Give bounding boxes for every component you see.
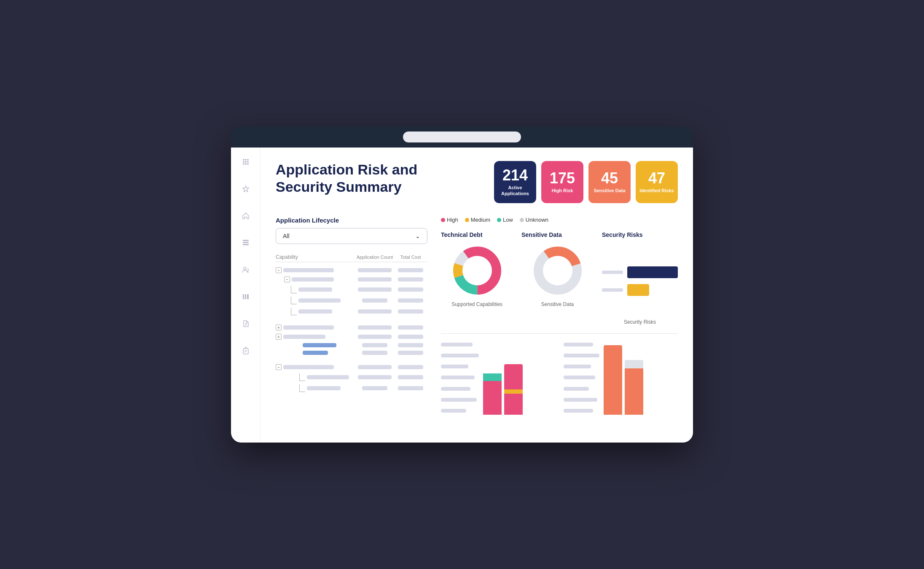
svg-point-7 [245,163,247,165]
grid-icon[interactable] [238,154,253,169]
table-row[interactable] [276,284,427,295]
table-row[interactable] [276,349,427,357]
home-icon[interactable] [238,208,253,223]
svg-point-1 [245,159,247,161]
sidebar [231,148,261,443]
stat-card-sensitive[interactable]: 45 Sensitive Data [588,161,631,203]
security-risks-chart: Security Risks [602,231,678,325]
tech-debt-bar-chart [441,339,555,415]
sec-bar-medium [602,284,678,296]
collapse-icon[interactable]: − [276,364,282,370]
sensitive-data-chart: Sensitive Data Sensitive Da [521,231,594,325]
sensitive-data-bar-chart [564,339,678,415]
svg-point-6 [243,163,244,165]
svg-point-13 [244,267,246,270]
medium-dot [465,218,469,222]
svg-rect-12 [243,244,249,245]
header-section: Application Risk and Security Summary 21… [276,161,678,203]
table-row[interactable] [276,383,427,394]
svg-marker-9 [243,186,249,192]
svg-point-5 [247,161,249,163]
stat-card-risks[interactable]: 47 Identified Risks [636,161,678,203]
svg-point-26 [463,256,492,285]
legend-unknown: Unknown [520,217,548,223]
browser-content: Application Risk and Security Summary 21… [231,148,693,443]
legend-medium: Medium [465,217,490,223]
collapse-icon[interactable]: − [276,267,282,273]
svg-rect-14 [243,294,244,299]
table-row[interactable]: − [276,266,427,275]
table-header: Capability Application Count Total Cost [276,252,427,262]
svg-rect-19 [243,349,248,354]
charts-row-bottom [441,339,678,415]
donut-technical-debt [441,243,513,298]
high-dot [441,218,445,222]
library-icon[interactable] [238,289,253,304]
svg-rect-15 [245,294,246,299]
users-icon[interactable] [238,262,253,277]
star-icon[interactable] [238,181,253,196]
tree-container: − − [276,266,427,394]
unknown-dot [520,218,524,222]
table-row[interactable] [276,372,427,383]
table-row[interactable]: + [276,323,427,332]
svg-point-4 [245,161,247,163]
legend-high: High [441,217,458,223]
svg-point-2 [247,159,249,161]
left-panel: Application Lifecycle All ⌄ Capability A… [276,217,427,415]
expand-icon[interactable]: + [276,325,282,330]
stat-card-active[interactable]: 214 Active Applications [494,161,536,203]
address-bar[interactable] [403,132,521,142]
table-row[interactable]: + [276,332,427,341]
svg-rect-10 [243,240,249,241]
legend-low: Low [497,217,513,223]
chevron-down-icon: ⌄ [415,233,420,239]
stats-cards: 214 Active Applications 175 High Risk 45… [494,161,678,203]
low-dot [497,218,501,222]
svg-point-3 [243,161,244,163]
legend: High Medium Low Unknown [441,217,678,223]
page-title: Application Risk and Security Summary [276,161,417,196]
stat-card-high-risk[interactable]: 175 High Risk [541,161,583,203]
lifecycle-label: Application Lifecycle [276,217,427,224]
table-row[interactable] [276,295,427,306]
separator [441,333,678,334]
table-row[interactable]: − [276,275,427,284]
technical-debt-chart: Technical Debt [441,231,513,325]
lifecycle-select[interactable]: All ⌄ [276,228,427,244]
collapse-icon[interactable]: − [284,276,290,282]
charts-row-top: Technical Debt [441,231,678,325]
svg-point-0 [243,159,244,161]
svg-point-8 [247,163,249,165]
right-panel: High Medium Low Unknown [441,217,678,415]
browser-toolbar [231,126,693,148]
table-row[interactable] [276,306,427,317]
table-icon[interactable] [238,235,253,250]
clipboard-icon[interactable] [238,343,253,358]
table-row[interactable] [276,341,427,349]
svg-rect-16 [247,294,249,299]
table-row[interactable]: − [276,362,427,372]
body-section: Application Lifecycle All ⌄ Capability A… [276,217,678,415]
main-content: Application Risk and Security Summary 21… [261,148,693,443]
svg-point-29 [543,256,572,285]
browser-frame: Application Risk and Security Summary 21… [231,126,693,443]
donut-sensitive-data [521,243,594,298]
sec-bar-high [602,266,678,278]
svg-rect-11 [243,242,249,243]
expand-icon[interactable]: + [276,334,282,340]
security-bars [602,243,678,319]
document-icon[interactable] [238,316,253,331]
